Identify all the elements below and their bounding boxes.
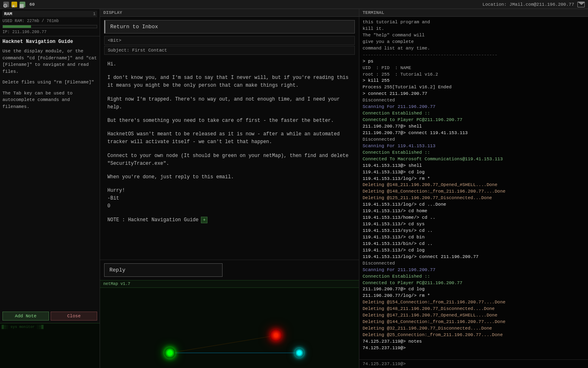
terminal-line: Deleting @144_Connection:_from_211.196.2…	[363, 319, 585, 325]
bottom-left-decoration: ▓▒░ sys monitor ░▒▓	[0, 323, 100, 368]
terminal-line: Connection Established ::	[363, 110, 585, 117]
notes-para-2: Delete files using "rm [Filename]"	[2, 79, 97, 86]
email-note: NOTE : Hacknet Navigation Guide +	[107, 216, 352, 224]
terminal-line: 119.41.153.113/log/> cd ...Done	[363, 202, 585, 208]
add-note-button[interactable]: Add Note	[2, 312, 49, 321]
terminal-line: Connection Established ::	[363, 274, 585, 280]
notes-buttons: Add Note Close	[2, 312, 97, 321]
terminal-line: 119.41.153.113/> cd home	[363, 208, 585, 215]
terminal-input-line[interactable]: 74.125.237.119@>	[359, 359, 588, 368]
notes-content: Use the display module, or the commands …	[2, 48, 97, 308]
terminal-line: Connected to Player PC@211.196.200.77	[363, 117, 585, 123]
terminal-line: Process 255[Tutorial v16.2] Ended	[363, 84, 585, 91]
terminal-line: Scanning For 119.41.153.113	[363, 143, 585, 150]
right-panel: TERMINAL this tutorial program andkill i…	[359, 9, 588, 368]
note-text: NOTE : Hacknet Navigation Guide	[107, 216, 198, 224]
star-icon[interactable]: ★	[11, 2, 17, 7]
terminal-line: 119.41.153.113/sys/> cd ..	[363, 228, 585, 234]
terminal-line: Scanning For 211.196.200.77	[363, 267, 585, 274]
terminal-line: UID : PID : NAME	[363, 65, 585, 72]
terminal-line: Scanning For 211.196.200.77	[363, 104, 585, 110]
terminal-line: kill it.	[363, 26, 585, 32]
terminal-line: Disconnected	[363, 137, 585, 143]
terminal-line: 119.41.153.113/log/> rm *	[363, 176, 585, 182]
terminal-line: Deleting @32_211.196.200.77_Disconnected…	[363, 325, 585, 332]
topbar-process-count: 60	[29, 2, 35, 7]
terminal-line: Deleting @125_211.196.200.77_Disconnecte…	[363, 195, 585, 202]
netmap-node-other[interactable]	[295, 348, 304, 357]
settings-icon[interactable]: ⚙	[3, 2, 9, 7]
email-panel: Return to Inbox <Bit> Subject: First Con…	[100, 17, 359, 280]
email-body-para-7: Hurry! -Bit 0	[107, 187, 352, 211]
ram-title: RAM 1	[2, 11, 97, 17]
terminal-line: ----------------------------------------…	[363, 52, 585, 58]
left-panel: RAM 1 USED RAM: 227mb / 761mb IP: 211.19…	[0, 9, 100, 368]
terminal-line: command list at any time.	[363, 45, 585, 52]
ram-counter: 1	[93, 12, 96, 16]
email-from: <Bit>	[104, 36, 355, 45]
terminal-line: Deleting @25_Connection:_from_211.196.20…	[363, 332, 585, 339]
ram-label: RAM	[4, 11, 12, 16]
netmap-panel: netMap v1.7	[100, 280, 359, 368]
terminal-line: Connection Established ::	[363, 150, 585, 156]
terminal-line: 74.125.237.119@> notes	[363, 339, 585, 345]
terminal-line: > ps	[363, 58, 585, 65]
middle-panel: DISPLAY Return to Inbox <Bit> Subject: F…	[100, 9, 359, 368]
terminal-line: Deleting @148_211.196.200.77_Disconnecte…	[363, 306, 585, 312]
topbar-right: Location: JMail.com@211.196.200.77	[483, 2, 585, 7]
display-header: DISPLAY	[100, 9, 359, 17]
terminal-line: > connect 211.196.200.77	[363, 91, 585, 97]
note-add-button[interactable]: +	[201, 217, 207, 223]
notes-para-1: Use the display module, or the commands …	[2, 48, 97, 75]
email-body-para-3: But there's something you need to take c…	[107, 117, 352, 125]
notes-title: Hacknet Navigation Guide	[2, 39, 97, 45]
email-body-para-5: Connect to your own node (It should be g…	[107, 152, 352, 168]
terminal-content: this tutorial program andkill it.The "he…	[359, 17, 588, 359]
email-body: Hi. I don't know you, and I'm sad to say…	[100, 57, 359, 260]
terminal-line: Connected To Macrosoft Communications@11…	[363, 156, 585, 163]
email-body-para-0: Hi.	[107, 61, 352, 68]
ram-used-label: USED RAM: 227mb / 761mb	[2, 19, 97, 23]
terminal-line: give you a complete	[363, 39, 585, 45]
mail-icon[interactable]	[577, 2, 585, 7]
close-note-button[interactable]: Close	[51, 312, 97, 321]
netmap-header: netMap v1.7	[100, 280, 359, 288]
email-body-para-6: When you're done, just reply to this ema…	[107, 173, 352, 181]
main-layout: RAM 1 USED RAM: 227mb / 761mb IP: 211.19…	[0, 9, 588, 368]
terminal-line: this tutorial program and	[363, 19, 585, 26]
terminal-line: Disconnected	[363, 260, 585, 267]
terminal-line: Deleting @154_Connection:_from_211.196.2…	[363, 299, 585, 306]
notes-para-3: The Tab key can be used to autocomplete …	[2, 90, 97, 110]
terminal-line: Deleting @148_211.196.200.77_Opened_#SHE…	[363, 182, 585, 188]
reply-area: Reply	[100, 260, 359, 280]
email-body-para-1: I don't know you, and I'm sad to say tha…	[107, 74, 352, 90]
terminal-prompt: 74.125.237.119@>	[363, 361, 406, 366]
ram-bar-container	[2, 25, 97, 28]
netmap-node-player[interactable]	[165, 348, 175, 358]
terminal-line: 211.196.200.77@> shell	[363, 123, 585, 130]
terminal-line: 119.41.153.113/> cd sys	[363, 221, 585, 228]
email-body-para-2: Right now I'm trapped. There's no way ou…	[107, 96, 352, 111]
terminal-line: 119.41.153.113@> cd log	[363, 169, 585, 176]
terminal-line: 74.125.237.119@>	[363, 345, 585, 352]
netmap-node-enemy[interactable]	[270, 330, 282, 341]
terminal-line: 211.196.200.77/log/> rm *	[363, 293, 585, 299]
netmap-canvas[interactable]	[100, 288, 359, 367]
terminal-line: 119.41.153.113/home/> cd ..	[363, 215, 585, 221]
reply-button[interactable]: Reply	[104, 263, 223, 277]
terminal-line: Disconnected	[363, 97, 585, 104]
location-label: Location: JMail.com@211.196.200.77	[483, 2, 574, 7]
terminal-line: 211.196.200.77@> connect 119.41.153.113	[363, 130, 585, 137]
terminal-line: The "help" command will	[363, 32, 585, 39]
file-icon[interactable]: ▦	[20, 2, 25, 7]
email-body-para-4: HacknetOS wasn't meant to be released as…	[107, 130, 352, 146]
terminal-line: 119.41.153.113/> cd bin	[363, 234, 585, 241]
topbar-left: ⚙ ★ ▦ 60	[3, 2, 35, 7]
terminal-header: TERMINAL	[359, 9, 588, 17]
terminal-line: > kill 255	[363, 78, 585, 84]
terminal-input[interactable]	[408, 361, 585, 366]
ram-section: RAM 1 USED RAM: 227mb / 761mb IP: 211.19…	[0, 9, 100, 36]
netmap-connections	[100, 288, 359, 367]
return-to-inbox-button[interactable]: Return to Inbox	[104, 20, 355, 34]
topbar: ⚙ ★ ▦ 60 Location: JMail.com@211.196.200…	[0, 0, 588, 9]
